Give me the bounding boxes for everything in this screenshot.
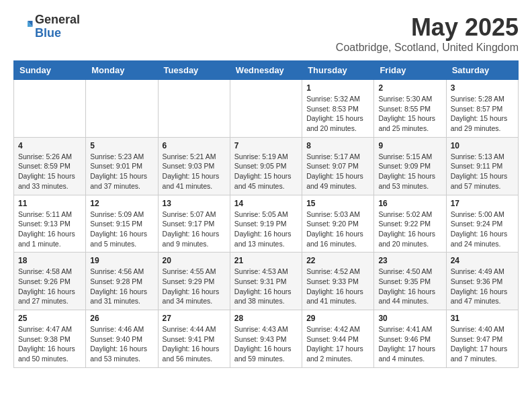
day-cell: 3Sunrise: 5:28 AMSunset: 8:57 PMDaylight… [446, 80, 518, 138]
calendar-table: SundayMondayTuesdayWednesdayThursdayFrid… [13, 60, 519, 368]
day-number: 22 [306, 256, 369, 265]
day-number: 25 [18, 314, 81, 323]
day-info: Sunrise: 5:15 AMSunset: 9:09 PMDaylight:… [378, 152, 441, 191]
day-number: 20 [163, 256, 226, 265]
day-info: Sunrise: 5:32 AMSunset: 8:53 PMDaylight:… [306, 94, 369, 134]
day-info: Sunrise: 5:21 AMSunset: 9:03 PMDaylight:… [163, 152, 226, 191]
day-info: Sunrise: 5:17 AMSunset: 9:07 PMDaylight:… [306, 152, 369, 191]
day-info: Sunrise: 5:11 AMSunset: 9:13 PMDaylight:… [18, 210, 81, 249]
day-cell: 25Sunrise: 4:47 AMSunset: 9:38 PMDayligh… [14, 310, 86, 368]
day-header-wednesday: Wednesday [230, 61, 302, 80]
day-info: Sunrise: 5:30 AMSunset: 8:55 PMDaylight:… [378, 94, 441, 134]
day-cell: 23Sunrise: 4:50 AMSunset: 9:35 PMDayligh… [374, 253, 446, 310]
day-number: 17 [451, 199, 514, 208]
day-number: 10 [451, 141, 514, 150]
day-info: Sunrise: 5:23 AMSunset: 9:01 PMDaylight:… [90, 152, 153, 191]
day-cell: 7Sunrise: 5:19 AMSunset: 9:05 PMDaylight… [230, 137, 302, 195]
day-cell: 31Sunrise: 4:40 AMSunset: 9:47 PMDayligh… [446, 310, 518, 368]
day-number: 4 [18, 141, 81, 150]
day-header-saturday: Saturday [446, 61, 518, 80]
page-header: General Blue May 2025 Coatbridge, Scotla… [13, 13, 519, 54]
logo-icon [13, 17, 34, 37]
day-cell [14, 80, 86, 138]
day-cell: 24Sunrise: 4:49 AMSunset: 9:36 PMDayligh… [446, 253, 518, 310]
logo-general-text: General [35, 13, 80, 27]
week-row-4: 18Sunrise: 4:58 AMSunset: 9:26 PMDayligh… [14, 253, 519, 310]
day-info: Sunrise: 4:58 AMSunset: 9:26 PMDaylight:… [18, 267, 81, 306]
day-info: Sunrise: 5:19 AMSunset: 9:05 PMDaylight:… [234, 152, 298, 191]
day-cell [158, 80, 230, 138]
day-cell: 18Sunrise: 4:58 AMSunset: 9:26 PMDayligh… [14, 253, 86, 310]
day-number: 15 [306, 199, 369, 208]
day-info: Sunrise: 5:13 AMSunset: 9:11 PMDaylight:… [451, 152, 514, 191]
day-cell: 10Sunrise: 5:13 AMSunset: 9:11 PMDayligh… [446, 137, 518, 195]
day-number: 12 [90, 199, 153, 208]
day-cell: 8Sunrise: 5:17 AMSunset: 9:07 PMDaylight… [302, 137, 374, 195]
day-number: 9 [378, 141, 441, 150]
day-header-monday: Monday [86, 61, 158, 80]
day-info: Sunrise: 4:49 AMSunset: 9:36 PMDaylight:… [451, 267, 514, 306]
day-cell: 12Sunrise: 5:09 AMSunset: 9:15 PMDayligh… [86, 195, 158, 253]
day-cell: 4Sunrise: 5:26 AMSunset: 8:59 PMDaylight… [14, 137, 86, 195]
day-headers-row: SundayMondayTuesdayWednesdayThursdayFrid… [14, 61, 519, 80]
day-info: Sunrise: 4:52 AMSunset: 9:33 PMDaylight:… [306, 267, 369, 306]
day-cell: 20Sunrise: 4:55 AMSunset: 9:29 PMDayligh… [158, 253, 230, 310]
day-info: Sunrise: 5:00 AMSunset: 9:24 PMDaylight:… [451, 210, 514, 249]
day-header-tuesday: Tuesday [158, 61, 230, 80]
title-block: May 2025 Coatbridge, Scotland, United Ki… [336, 13, 519, 54]
day-cell: 21Sunrise: 4:53 AMSunset: 9:31 PMDayligh… [230, 253, 302, 310]
day-info: Sunrise: 4:46 AMSunset: 9:40 PMDaylight:… [90, 324, 153, 364]
month-title: May 2025 [336, 13, 519, 42]
logo-blue-text: Blue [35, 27, 80, 40]
day-info: Sunrise: 5:05 AMSunset: 9:19 PMDaylight:… [234, 210, 298, 249]
day-number: 31 [451, 314, 514, 323]
day-cell: 19Sunrise: 4:56 AMSunset: 9:28 PMDayligh… [86, 253, 158, 310]
day-number: 14 [234, 199, 298, 208]
day-number: 24 [451, 256, 514, 265]
day-number: 5 [90, 141, 153, 150]
day-info: Sunrise: 5:07 AMSunset: 9:17 PMDaylight:… [163, 210, 226, 249]
day-number: 23 [378, 256, 441, 265]
day-info: Sunrise: 4:47 AMSunset: 9:38 PMDaylight:… [18, 324, 81, 364]
day-info: Sunrise: 5:03 AMSunset: 9:20 PMDaylight:… [306, 210, 369, 249]
logo-text: General Blue [35, 13, 80, 40]
day-header-friday: Friday [374, 61, 446, 80]
day-info: Sunrise: 4:53 AMSunset: 9:31 PMDaylight:… [234, 267, 298, 306]
day-info: Sunrise: 4:55 AMSunset: 9:29 PMDaylight:… [163, 267, 226, 306]
week-row-2: 4Sunrise: 5:26 AMSunset: 8:59 PMDaylight… [14, 137, 519, 195]
day-cell: 15Sunrise: 5:03 AMSunset: 9:20 PMDayligh… [302, 195, 374, 253]
day-number: 2 [378, 83, 441, 93]
day-info: Sunrise: 4:41 AMSunset: 9:46 PMDaylight:… [378, 324, 441, 364]
day-number: 11 [18, 199, 81, 208]
day-info: Sunrise: 4:42 AMSunset: 9:44 PMDaylight:… [306, 324, 369, 364]
day-number: 27 [163, 314, 226, 323]
day-cell: 6Sunrise: 5:21 AMSunset: 9:03 PMDaylight… [158, 137, 230, 195]
day-cell: 30Sunrise: 4:41 AMSunset: 9:46 PMDayligh… [374, 310, 446, 368]
day-cell [86, 80, 158, 138]
logo: General Blue [13, 13, 80, 40]
day-number: 21 [234, 256, 298, 265]
day-info: Sunrise: 5:09 AMSunset: 9:15 PMDaylight:… [90, 210, 153, 249]
day-cell: 26Sunrise: 4:46 AMSunset: 9:40 PMDayligh… [86, 310, 158, 368]
week-row-1: 1Sunrise: 5:32 AMSunset: 8:53 PMDaylight… [14, 80, 519, 138]
day-number: 28 [234, 314, 298, 323]
day-number: 19 [90, 256, 153, 265]
day-cell: 29Sunrise: 4:42 AMSunset: 9:44 PMDayligh… [302, 310, 374, 368]
day-header-thursday: Thursday [302, 61, 374, 80]
week-row-5: 25Sunrise: 4:47 AMSunset: 9:38 PMDayligh… [14, 310, 519, 368]
day-cell: 1Sunrise: 5:32 AMSunset: 8:53 PMDaylight… [302, 80, 374, 138]
day-info: Sunrise: 4:44 AMSunset: 9:41 PMDaylight:… [163, 324, 226, 364]
day-cell: 22Sunrise: 4:52 AMSunset: 9:33 PMDayligh… [302, 253, 374, 310]
day-number: 7 [234, 141, 298, 150]
day-number: 6 [163, 141, 226, 150]
day-number: 29 [306, 314, 369, 323]
day-number: 30 [378, 314, 441, 323]
location-text: Coatbridge, Scotland, United Kingdom [336, 42, 519, 54]
day-cell: 9Sunrise: 5:15 AMSunset: 9:09 PMDaylight… [374, 137, 446, 195]
day-cell: 28Sunrise: 4:43 AMSunset: 9:43 PMDayligh… [230, 310, 302, 368]
day-info: Sunrise: 4:43 AMSunset: 9:43 PMDaylight:… [234, 324, 298, 364]
day-info: Sunrise: 5:02 AMSunset: 9:22 PMDaylight:… [378, 210, 441, 249]
week-row-3: 11Sunrise: 5:11 AMSunset: 9:13 PMDayligh… [14, 195, 519, 253]
day-cell: 27Sunrise: 4:44 AMSunset: 9:41 PMDayligh… [158, 310, 230, 368]
day-cell: 17Sunrise: 5:00 AMSunset: 9:24 PMDayligh… [446, 195, 518, 253]
